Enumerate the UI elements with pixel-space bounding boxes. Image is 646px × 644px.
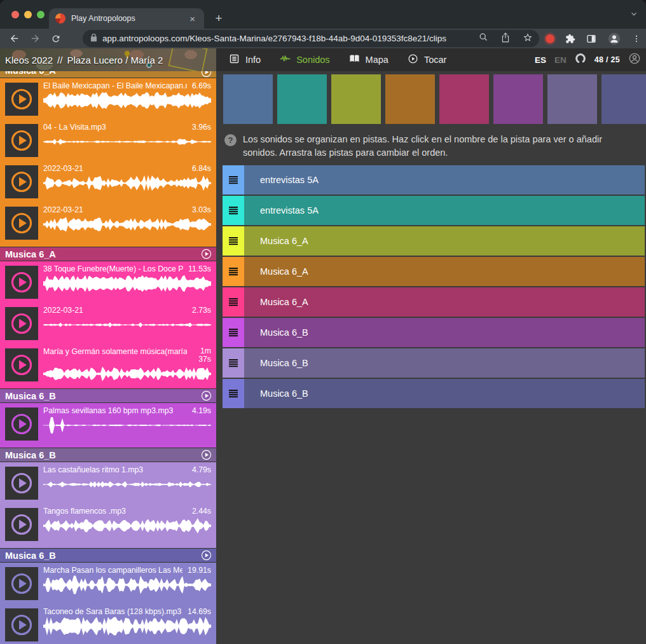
close-window-button[interactable] xyxy=(11,11,19,18)
clip-play-button[interactable] xyxy=(5,348,38,381)
track-row[interactable]: entrevistas 5A xyxy=(223,196,645,225)
nav-tab-mapa[interactable]: Mapa xyxy=(349,53,388,66)
drag-handle-icon xyxy=(229,329,238,337)
sonidos-icon xyxy=(280,53,291,66)
lock-icon[interactable] xyxy=(90,33,97,45)
zoom-level-icon[interactable] xyxy=(479,32,488,45)
play-circle-icon xyxy=(201,449,212,460)
track-color-swatch xyxy=(493,74,543,124)
track-bar[interactable]: Musica 6_A xyxy=(244,257,645,286)
new-tab-button[interactable]: + xyxy=(212,13,225,24)
bookmark-star-icon[interactable] xyxy=(523,32,533,45)
extensions-puzzle-icon[interactable] xyxy=(565,34,575,44)
track-drag-handle[interactable] xyxy=(223,348,244,378)
track-bar[interactable]: entrevistas 5A xyxy=(244,196,645,225)
track-color-swatch xyxy=(223,74,273,124)
track-row[interactable]: Musica 6_A xyxy=(223,287,645,317)
clip-duration: 11.53s xyxy=(188,264,211,273)
track-row[interactable]: Musica 6_B xyxy=(223,318,645,347)
clip-play-button[interactable] xyxy=(5,165,38,198)
track-drag-handle[interactable] xyxy=(223,196,244,225)
track-bar[interactable]: Musica 6_B xyxy=(244,318,645,347)
clip-play-button[interactable] xyxy=(5,608,38,641)
track-drag-handle[interactable] xyxy=(223,287,244,317)
track-row[interactable]: Musica 6_B xyxy=(223,379,645,408)
browser-tab[interactable]: Play Antropoloops × xyxy=(49,8,204,29)
sidebar-track-header[interactable]: Musica 6_A xyxy=(0,71,216,78)
tab-close-icon[interactable]: × xyxy=(187,13,198,25)
track-row[interactable]: Musica 6_A xyxy=(223,257,645,286)
track-drag-handle[interactable] xyxy=(223,165,244,195)
track-drag-handle[interactable] xyxy=(223,318,244,347)
help-question-icon: ? xyxy=(224,134,237,146)
clip-title: Marcha Pasan los campanilleros Las Mejor… xyxy=(43,566,182,575)
track-drag-handle[interactable] xyxy=(223,379,244,408)
sidebar-track-header[interactable]: Musica 6_B xyxy=(0,389,216,402)
tab-strip: Play Antropoloops × + xyxy=(0,0,646,29)
reload-button[interactable] xyxy=(51,34,61,44)
clip-play-button[interactable] xyxy=(5,567,38,600)
zoom-window-button[interactable] xyxy=(37,11,45,18)
clip-play-button[interactable] xyxy=(5,83,38,116)
clip-body: 38 Toque Funebre(Muerte) - Los Doce Par.… xyxy=(38,264,211,304)
track-play-button[interactable] xyxy=(201,390,212,404)
track-list: entrevistas 5Aentrevistas 5AMusica 6_AMu… xyxy=(223,165,646,408)
track-bar[interactable]: Musica 6_B xyxy=(244,348,645,378)
nav-tab-tocar[interactable]: Tocar xyxy=(408,53,446,66)
track-row[interactable]: Musica 6_B xyxy=(223,348,645,378)
track-play-button[interactable] xyxy=(201,550,212,563)
clip-play-button[interactable] xyxy=(5,467,38,500)
track-drag-handle[interactable] xyxy=(223,257,244,286)
track-drag-handle[interactable] xyxy=(223,226,244,256)
track-bar[interactable]: Musica 6_B xyxy=(244,379,645,408)
clip-counter: 48 / 25 xyxy=(594,55,620,64)
account-icon[interactable] xyxy=(628,52,641,67)
clips-sidebar: Musica 6_AEl Baile Mexicapan - El Baile … xyxy=(0,71,216,644)
map-polygon-outline xyxy=(168,48,207,71)
track-play-button[interactable] xyxy=(201,249,212,262)
clip-play-button[interactable] xyxy=(5,124,38,157)
clip-play-button[interactable] xyxy=(5,408,38,441)
play-circle-icon xyxy=(201,249,212,259)
nav-tab-label: Tocar xyxy=(424,55,446,65)
tab-title: Play Antropoloops xyxy=(71,14,187,23)
clip-play-button[interactable] xyxy=(5,508,38,541)
track-bar[interactable]: entrevistas 5A xyxy=(244,165,645,195)
track-bar[interactable]: Musica 6_A xyxy=(244,287,645,317)
lang-es-button[interactable]: ES xyxy=(535,55,546,65)
nav-tab-sonidos[interactable]: Sonidos xyxy=(280,53,329,66)
nav-tab-info[interactable]: Info xyxy=(229,53,261,66)
mac-traffic-lights xyxy=(11,11,45,18)
track-row[interactable]: entrevistas 5A xyxy=(223,165,645,195)
play-icon xyxy=(9,128,34,153)
sidebar-track-header[interactable]: Musica 6_B xyxy=(0,448,216,462)
track-bar[interactable]: Musica 6_A xyxy=(244,226,645,256)
play-icon xyxy=(9,86,34,112)
tab-search-chevron-icon[interactable] xyxy=(629,10,638,21)
address-bar[interactable]: app.antropoloops.com/Kleos-Santa-Marina/… xyxy=(83,30,539,47)
track-play-button[interactable] xyxy=(201,71,212,78)
track-row[interactable]: Musica 6_A xyxy=(223,226,645,256)
side-panel-icon[interactable] xyxy=(586,34,596,44)
clip-group: 38 Toque Funebre(Muerte) - Los Doce Par.… xyxy=(0,261,216,388)
back-button[interactable] xyxy=(9,33,20,44)
clip-play-button[interactable] xyxy=(5,207,38,240)
forward-button[interactable] xyxy=(30,33,41,44)
clip-duration: 2.44s xyxy=(192,507,211,516)
sidebar-track-header[interactable]: Musica 6_B xyxy=(0,549,216,562)
tocar-icon xyxy=(408,53,418,66)
browser-menu-kebab-icon[interactable] xyxy=(632,34,641,44)
lang-en-button[interactable]: EN xyxy=(554,55,567,65)
share-icon[interactable] xyxy=(501,32,510,45)
profile-avatar[interactable] xyxy=(607,32,621,46)
clip-play-button[interactable] xyxy=(5,307,38,340)
sidebar-track-header[interactable]: Musica 6_A xyxy=(0,247,216,261)
play-icon xyxy=(9,352,34,378)
map-thumbnail: Kleos 2022 // Plaza Lucero / María 2 xyxy=(0,48,216,71)
clip-duration: 3.03s xyxy=(192,205,211,214)
clip-play-button[interactable] xyxy=(5,266,38,299)
play-icon xyxy=(9,470,34,496)
track-play-button[interactable] xyxy=(201,449,212,463)
minimize-window-button[interactable] xyxy=(24,11,32,18)
recording-extension-icon[interactable] xyxy=(546,34,554,43)
